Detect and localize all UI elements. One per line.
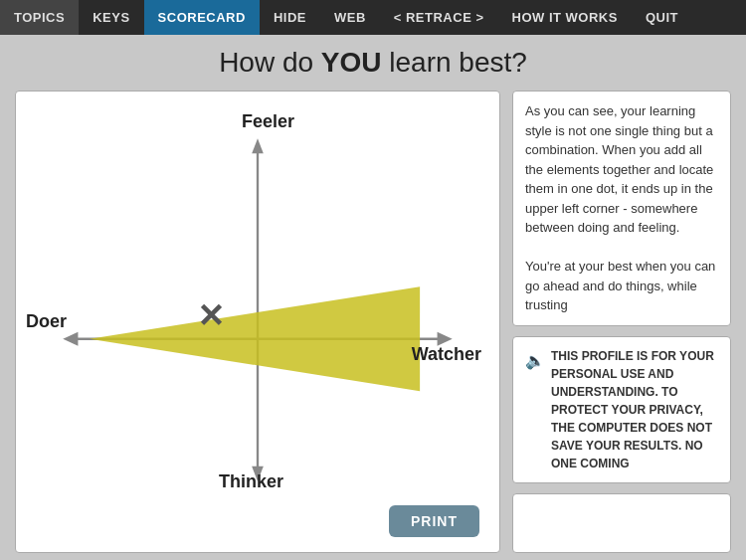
content-area: Feeler Doer Watcher Thinker xyxy=(15,91,731,553)
nav-web[interactable]: WEB xyxy=(320,0,380,35)
page-title: How do YOU learn best? xyxy=(15,47,731,79)
nav-quit[interactable]: QUIT xyxy=(632,0,692,35)
nav-hide[interactable]: HIDE xyxy=(260,0,320,35)
info-panel-audio: 🔈 THIS PROFILE IS FOR YOUR PERSONAL USE … xyxy=(512,336,731,483)
label-watcher: Watcher xyxy=(412,344,481,365)
label-doer: Doer xyxy=(26,311,67,332)
nav-keys[interactable]: KEYS xyxy=(79,0,143,35)
svg-text:✕: ✕ xyxy=(197,297,225,334)
info-panels: As you can see, your learning style is n… xyxy=(512,91,731,553)
print-button[interactable]: PRINT xyxy=(389,505,479,537)
label-thinker: Thinker xyxy=(219,471,283,492)
info-panel-text: As you can see, your learning style is n… xyxy=(512,91,731,326)
top-navigation: TOPICS KEYS SCORECARD HIDE WEB < RETRACE… xyxy=(0,0,746,35)
nav-scorecard[interactable]: SCORECARD xyxy=(144,0,260,35)
nav-retrace[interactable]: < RETRACE > xyxy=(380,0,498,35)
svg-marker-6 xyxy=(90,286,420,391)
info-panel-empty xyxy=(512,493,731,553)
nav-topics[interactable]: TOPICS xyxy=(0,0,79,35)
nav-how-it-works[interactable]: HOW IT WORKS xyxy=(498,0,632,35)
main-content: How do YOU learn best? Feeler Doer Watch… xyxy=(0,35,746,560)
chart-container: Feeler Doer Watcher Thinker xyxy=(15,91,500,553)
svg-marker-1 xyxy=(252,138,264,153)
audio-icon[interactable]: 🔈 xyxy=(525,349,545,373)
svg-marker-4 xyxy=(63,332,78,346)
print-button-container: PRINT xyxy=(389,505,479,537)
info-text-1: As you can see, your learning style is n… xyxy=(525,101,718,238)
label-feeler: Feeler xyxy=(242,111,294,132)
info-text-2: You're at your best when you can go ahea… xyxy=(525,257,718,315)
audio-text: THIS PROFILE IS FOR YOUR PERSONAL USE AN… xyxy=(551,347,718,472)
